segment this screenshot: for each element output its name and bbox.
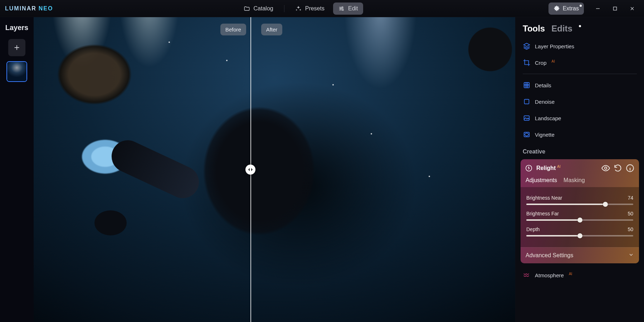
svg-rect-6 bbox=[524, 116, 530, 121]
brand-luminar: LUMINAR bbox=[5, 5, 36, 12]
divider bbox=[523, 74, 637, 74]
tool-atmosphere[interactable]: Atmosphere AI bbox=[518, 267, 641, 283]
layers-sidebar: Layers bbox=[0, 17, 34, 322]
mode-switcher: Catalog Presets Edit bbox=[239, 3, 363, 15]
ai-badge: AI bbox=[552, 59, 555, 63]
edits-changes-dot bbox=[579, 25, 581, 27]
tool-label: Atmosphere bbox=[535, 272, 564, 278]
slider-value: 74 bbox=[628, 195, 633, 201]
app-brand: LUMINAR NEO bbox=[4, 5, 53, 12]
slider-value: 50 bbox=[628, 211, 633, 216]
tool-relight-panel: Relight AI Adjustm bbox=[521, 159, 639, 263]
folder-icon bbox=[244, 5, 250, 12]
add-layer-button[interactable] bbox=[8, 39, 25, 56]
image-icon bbox=[523, 114, 531, 122]
bolt-icon bbox=[525, 164, 533, 172]
svg-rect-5 bbox=[525, 99, 529, 104]
titlebar-right: Extras bbox=[548, 3, 640, 15]
relight-advanced-toggle[interactable]: Advanced Settings bbox=[521, 247, 639, 263]
svg-point-10 bbox=[605, 167, 607, 170]
chevron-down-icon bbox=[628, 252, 634, 259]
main: Layers Before After bbox=[0, 17, 644, 322]
relight-sliders: Brightness Near 74 Brightness Far bbox=[521, 187, 639, 247]
group-creative: Creative bbox=[518, 143, 641, 157]
extras-update-dot bbox=[580, 5, 582, 7]
advanced-label: Advanced Settings bbox=[526, 252, 573, 259]
tool-landscape[interactable]: Landscape bbox=[518, 110, 641, 126]
waves-icon bbox=[523, 271, 531, 279]
subtab-adjustments[interactable]: Adjustments bbox=[526, 177, 557, 184]
extras-button[interactable]: Extras bbox=[548, 3, 584, 15]
layers-title: Layers bbox=[5, 24, 29, 32]
close-button[interactable] bbox=[624, 3, 640, 15]
relight-info[interactable] bbox=[625, 164, 635, 173]
svg-point-8 bbox=[525, 133, 528, 136]
square-icon bbox=[523, 98, 531, 106]
tool-label: Crop bbox=[535, 60, 547, 66]
ai-badge: AI bbox=[557, 165, 560, 169]
tab-edits[interactable]: Edits bbox=[551, 24, 572, 34]
ai-badge: AI bbox=[569, 272, 572, 276]
slider-brightness-far[interactable]: Brightness Far 50 bbox=[526, 211, 633, 221]
tool-label: Details bbox=[535, 82, 551, 88]
puzzle-icon bbox=[553, 5, 560, 12]
slider-track[interactable] bbox=[526, 204, 633, 205]
slider-label: Brightness Far bbox=[526, 211, 559, 216]
relight-header[interactable]: Relight AI bbox=[521, 159, 639, 177]
svg-rect-4 bbox=[524, 83, 530, 88]
slider-label: Depth bbox=[526, 226, 540, 232]
tool-vignette[interactable]: Vignette bbox=[518, 126, 641, 143]
tool-denoise[interactable]: Denoise bbox=[518, 93, 641, 110]
thumbnail-image bbox=[7, 62, 26, 81]
svg-rect-3 bbox=[613, 7, 616, 10]
subtab-masking[interactable]: Masking bbox=[564, 177, 585, 184]
tool-details[interactable]: Details bbox=[518, 77, 641, 93]
tool-label: Denoise bbox=[535, 99, 555, 105]
tool-layer-properties[interactable]: Layer Properties bbox=[518, 38, 641, 54]
slider-value: 50 bbox=[628, 226, 633, 232]
window-controls bbox=[590, 3, 640, 15]
svg-point-0 bbox=[342, 6, 343, 8]
right-panel: Tools Edits Layer Properties Crop AI bbox=[515, 17, 644, 322]
relight-visibility-toggle[interactable] bbox=[601, 164, 610, 173]
separator bbox=[284, 5, 284, 12]
tools-list: Layer Properties Crop AI Details bbox=[516, 36, 644, 292]
maximize-button[interactable] bbox=[607, 3, 623, 15]
slider-track[interactable] bbox=[526, 219, 633, 221]
title-bar: LUMINAR NEO Catalog Presets Ed bbox=[0, 0, 644, 17]
svg-point-2 bbox=[342, 9, 343, 10]
presets-label: Presets bbox=[305, 5, 325, 12]
slider-depth[interactable]: Depth 50 bbox=[526, 226, 633, 236]
vignette-icon bbox=[523, 131, 531, 138]
slider-track[interactable] bbox=[526, 235, 633, 236]
app-shell: LUMINAR NEO Catalog Presets Ed bbox=[0, 0, 644, 322]
compare-slider-handle[interactable] bbox=[245, 165, 255, 175]
compare-after-label: After bbox=[261, 24, 283, 35]
tab-tools[interactable]: Tools bbox=[523, 24, 545, 34]
image-viewer[interactable]: Before After bbox=[34, 17, 515, 322]
relight-title: Relight bbox=[536, 165, 556, 171]
catalog-tab[interactable]: Catalog bbox=[239, 3, 278, 15]
edit-label: Edit bbox=[348, 5, 358, 12]
tool-crop[interactable]: Crop AI bbox=[518, 54, 641, 71]
slider-brightness-near[interactable]: Brightness Near 74 bbox=[526, 195, 633, 205]
tool-label: Layer Properties bbox=[535, 43, 574, 49]
sparkle-icon bbox=[295, 5, 302, 12]
grid-icon bbox=[523, 81, 531, 89]
layers-icon bbox=[523, 42, 531, 50]
tool-label: Vignette bbox=[535, 132, 555, 138]
panel-tabs: Tools Edits bbox=[516, 17, 644, 36]
minimize-button[interactable] bbox=[590, 3, 606, 15]
brand-neo: NEO bbox=[39, 5, 53, 12]
edit-tab[interactable]: Edit bbox=[333, 3, 363, 15]
tool-label: Landscape bbox=[535, 115, 561, 121]
presets-tab[interactable]: Presets bbox=[290, 3, 330, 15]
svg-point-1 bbox=[340, 8, 341, 9]
crop-icon bbox=[523, 59, 531, 67]
catalog-label: Catalog bbox=[254, 5, 273, 12]
extras-label: Extras bbox=[563, 5, 579, 12]
slider-label: Brightness Near bbox=[526, 195, 562, 201]
layer-thumbnail[interactable] bbox=[6, 61, 27, 82]
sliders-icon bbox=[338, 5, 345, 12]
relight-reset[interactable] bbox=[613, 164, 623, 173]
